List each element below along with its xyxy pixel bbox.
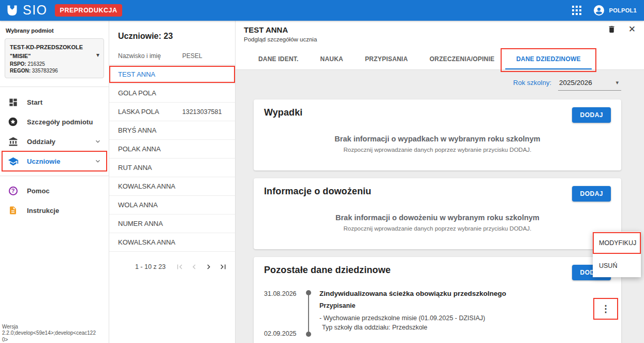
- student-row[interactable]: RUT ANNA: [109, 159, 235, 177]
- empty-state-title: Brak informacji o wypadkach w wybranym r…: [264, 135, 611, 143]
- empty-state-title: Brak informacji o dowożeniu w wybranym r…: [264, 213, 611, 222]
- student-row[interactable]: GOLA POLA: [109, 84, 235, 103]
- student-row[interactable]: KOWALSKA ANNA: [109, 233, 235, 252]
- card-title: Pozostałe dane dziedzinowe: [264, 265, 391, 276]
- dodaj-button[interactable]: DODAJ: [572, 107, 611, 123]
- avatar-icon: [593, 4, 605, 17]
- sidebar-divider: [0, 176, 109, 176]
- menu-item-usun[interactable]: USUŃ: [593, 254, 641, 277]
- question-circle-icon: ?: [7, 187, 19, 195]
- students-list-panel: Uczniowie: 23 Nazwisko i imię PESEL TEST…: [109, 21, 236, 343]
- sio-logo[interactable]: SIO: [5, 4, 48, 18]
- tab-dane-dziedzinowe[interactable]: DANE DZIEDZINOWE: [505, 49, 592, 69]
- tab-orzeczenia-opinie[interactable]: ORZECZENIA/OPINIE: [419, 49, 505, 69]
- timeline-entry-detail: Typ szkoły dla oddziału: Przedszkole: [319, 324, 580, 331]
- chevron-down-icon: ▾: [96, 51, 99, 59]
- students-list-header: Nazwisko i imię PESEL: [109, 41, 235, 65]
- school-year-value: 2025/2026: [559, 79, 592, 87]
- sidebar-item-oddzialy[interactable]: Oddziały: [0, 132, 109, 151]
- sidebar-item-label: Oddziały: [27, 138, 55, 146]
- card-title: Wypadki: [264, 107, 302, 118]
- entity-regon: REGON: 335783296: [10, 68, 92, 74]
- close-icon[interactable]: ✕: [628, 25, 636, 34]
- sidebar-item-label: Instrukcje: [27, 207, 59, 215]
- previous-page-button: [187, 260, 201, 274]
- chevron-down-icon: [94, 158, 101, 165]
- tab-nauka[interactable]: NAUKA: [310, 49, 354, 69]
- student-row[interactable]: POLAK ANNA: [109, 140, 235, 159]
- sidebar-item-uczniowie[interactable]: Uczniowie: [0, 151, 109, 171]
- timeline-rail: [302, 290, 316, 337]
- sidebar-item-pomoc[interactable]: ? Pomoc: [0, 181, 109, 201]
- school-year-select[interactable]: 2025/2026 ▾: [558, 79, 621, 91]
- timeline-entry: 31.08.2026 02.09.2025 Zindywidualizowana…: [264, 290, 611, 337]
- sidebar-item-label: Uczniowie: [27, 158, 60, 165]
- app-version: Wersja 2.2.0;develop<59e14>;develop<ceac…: [2, 324, 109, 343]
- tab-dane-ident[interactable]: DANE IDENT.: [247, 49, 310, 69]
- document-icon: [7, 206, 19, 215]
- sidebar-item-label: Start: [27, 98, 42, 106]
- delete-icon[interactable]: [607, 24, 616, 34]
- card-pozostale-dane: Pozostałe dane dziedzinowe DODAJ 31.08.2…: [254, 257, 621, 343]
- sidebar-item-instrukcje[interactable]: Instrukcje: [0, 201, 109, 220]
- student-row[interactable]: KOWALSKA ANNA: [109, 177, 235, 196]
- timeline-entry-title: Zindywidualizowana ścieżka obowiązku prz…: [319, 290, 580, 297]
- sio-logo-text: SIO: [23, 4, 48, 18]
- username: POLPOL1: [609, 7, 637, 13]
- school-year-label: Rok szkolny:: [513, 79, 551, 87]
- kebab-menu-icon[interactable]: ⋮: [598, 301, 613, 317]
- empty-state-hint: Rozpocznij wprowadzanie danych poprzez w…: [264, 225, 611, 232]
- detail-title: TEST ANNA: [244, 25, 636, 34]
- card-dowozenie: Informacje o dowożeniu DODAJ Brak inform…: [254, 178, 621, 249]
- chevron-down-icon: ▾: [616, 79, 619, 86]
- chevron-down-icon: [94, 138, 101, 145]
- column-header-name: Nazwisko i imię: [118, 52, 182, 60]
- selected-entity-section: Wybrany podmiot TEST-KD-PRZEDSZOKOLE "MI…: [0, 21, 109, 87]
- sio-logo-icon: [5, 4, 19, 18]
- column-header-pesel: PESEL: [182, 52, 202, 60]
- dodaj-button[interactable]: DODAJ: [572, 186, 611, 202]
- sidebar-item-label: Pomoc: [27, 187, 50, 195]
- pagination-range-label: 1 - 10 z 23: [135, 263, 166, 270]
- detail-header: TEST ANNA Podgląd szczegółów ucznia ✕ DA…: [236, 21, 644, 70]
- context-menu: MODYFIKUJ USUŃ: [593, 232, 641, 277]
- star-circle-icon: [7, 117, 19, 127]
- apps-grid-icon[interactable]: [572, 6, 581, 15]
- card-wypadki: Wypadki DODAJ Brak informacji o wypadkac…: [254, 99, 621, 170]
- student-row[interactable]: TEST ANNA: [109, 65, 235, 84]
- entity-rspo: RSPO: 216325: [10, 61, 92, 67]
- environment-badge: PREPRODUKCJA: [55, 4, 123, 17]
- tab-przypisania[interactable]: PRZYPISANIA: [354, 49, 419, 69]
- student-row[interactable]: WOLA ANNA: [109, 196, 235, 215]
- timeline-date-end: 31.08.2026: [264, 290, 302, 297]
- entity-selector[interactable]: TEST-KD-PRZEDSZOKOLE "MISIE" ▾ RSPO: 216…: [5, 38, 104, 78]
- bank-icon: [7, 137, 19, 147]
- student-row[interactable]: LASKA POLA13213037581: [109, 103, 235, 121]
- sidebar: Wybrany podmiot TEST-KD-PRZEDSZOKOLE "MI…: [0, 21, 109, 343]
- entity-name: TEST-KD-PRZEDSZOKOLE "MISIE": [10, 43, 92, 60]
- empty-state-hint: Rozpocznij wprowadzanie danych poprzez w…: [264, 147, 611, 153]
- sidebar-item-start[interactable]: Start: [0, 92, 109, 112]
- detail-tabs: DANE IDENT. NAUKA PRZYPISANIA ORZECZENIA…: [244, 49, 636, 69]
- user-menu[interactable]: POLPOL1: [593, 4, 637, 17]
- next-page-button[interactable]: [202, 260, 215, 274]
- menu-item-modyfikuj[interactable]: MODYFIKUJ: [593, 232, 641, 254]
- timeline-dot: [306, 290, 311, 295]
- dashboard-icon: [7, 97, 19, 107]
- student-detail-panel: TEST ANNA Podgląd szczegółów ucznia ✕ DA…: [236, 21, 644, 343]
- sidebar-nav: Start Szczegóły podmiotu Oddziały: [0, 87, 109, 220]
- top-app-bar: SIO PREPRODUKCJA POLPOL1: [0, 0, 644, 21]
- pagination: 1 - 10 z 23: [109, 252, 235, 274]
- student-row[interactable]: BRYŚ ANNA: [109, 121, 235, 140]
- card-title: Informacje o dowożeniu: [264, 186, 371, 197]
- student-row[interactable]: NUMER ANNA: [109, 215, 235, 233]
- timeline-date-start: 02.09.2025: [264, 330, 302, 337]
- selected-entity-label: Wybrany podmiot: [6, 27, 104, 34]
- detail-subtitle: Podgląd szczegółów ucznia: [244, 36, 636, 42]
- students-list-title: Uczniowie: 23: [109, 21, 235, 41]
- timeline-dot: [306, 332, 311, 337]
- graduation-cap-icon: [7, 156, 19, 167]
- sidebar-item-szczegoly-podmiotu[interactable]: Szczegóły podmiotu: [0, 112, 109, 132]
- last-page-button[interactable]: [216, 260, 230, 274]
- timeline-entry-subtitle: Przypisanie: [319, 302, 580, 309]
